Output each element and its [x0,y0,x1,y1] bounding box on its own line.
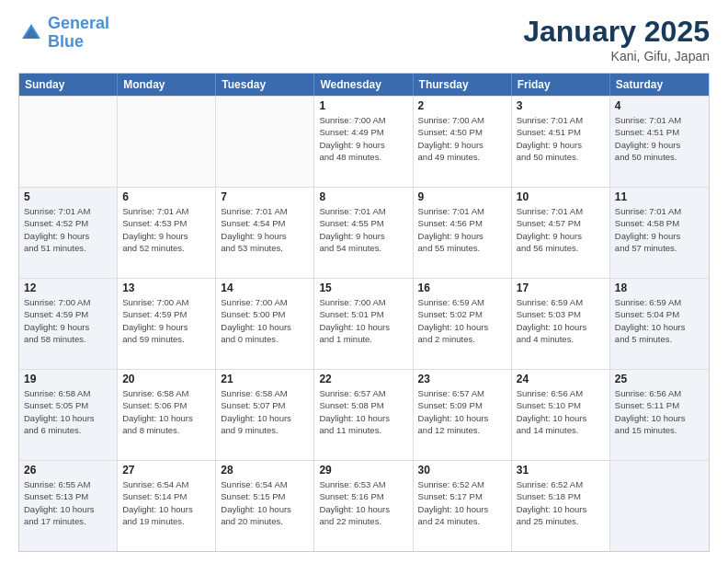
cal-cell: 27Sunrise: 6:54 AM Sunset: 5:14 PM Dayli… [118,461,216,551]
cal-cell: 19Sunrise: 6:58 AM Sunset: 5:05 PM Dayli… [19,370,118,460]
cal-cell: 23Sunrise: 6:57 AM Sunset: 5:09 PM Dayli… [414,370,512,460]
cal-header-cell: Tuesday [216,74,314,96]
calendar-body: 1Sunrise: 7:00 AM Sunset: 4:49 PM Daylig… [19,96,709,551]
cal-cell: 8Sunrise: 7:01 AM Sunset: 4:55 PM Daylig… [314,188,413,278]
cell-info: Sunrise: 6:54 AM Sunset: 5:14 PM Dayligh… [122,478,210,527]
cell-info: Sunrise: 7:01 AM Sunset: 4:52 PM Dayligh… [24,205,112,254]
location: Kani, Gifu, Japan [523,49,710,63]
day-number: 13 [122,282,210,294]
cell-info: Sunrise: 7:00 AM Sunset: 5:00 PM Dayligh… [221,296,309,345]
cell-info: Sunrise: 6:56 AM Sunset: 5:10 PM Dayligh… [517,387,605,436]
title-block: January 2025 Kani, Gifu, Japan [523,15,710,63]
cell-info: Sunrise: 6:58 AM Sunset: 5:06 PM Dayligh… [122,387,210,436]
cell-info: Sunrise: 6:58 AM Sunset: 5:05 PM Dayligh… [24,387,112,436]
cal-cell: 25Sunrise: 6:56 AM Sunset: 5:11 PM Dayli… [610,370,709,460]
day-number: 5 [24,190,112,203]
day-number: 24 [517,373,605,385]
cal-header-cell: Thursday [414,74,512,96]
day-number: 4 [615,99,704,112]
cell-info: Sunrise: 6:57 AM Sunset: 5:09 PM Dayligh… [418,387,506,436]
cal-cell: 4Sunrise: 7:01 AM Sunset: 4:51 PM Daylig… [610,97,709,187]
cal-cell: 29Sunrise: 6:53 AM Sunset: 5:16 PM Dayli… [314,461,413,551]
calendar: SundayMondayTuesdayWednesdayThursdayFrid… [18,73,710,552]
cal-cell [118,97,216,187]
cal-cell: 20Sunrise: 6:58 AM Sunset: 5:06 PM Dayli… [118,370,216,460]
cal-cell: 12Sunrise: 7:00 AM Sunset: 4:59 PM Dayli… [19,279,118,369]
header: General Blue January 2025 Kani, Gifu, Ja… [18,15,710,63]
cal-row: 1Sunrise: 7:00 AM Sunset: 4:49 PM Daylig… [19,96,709,187]
cell-info: Sunrise: 7:00 AM Sunset: 4:59 PM Dayligh… [122,296,210,345]
cell-info: Sunrise: 6:59 AM Sunset: 5:04 PM Dayligh… [615,296,704,345]
day-number: 26 [24,464,112,477]
cal-cell: 22Sunrise: 6:57 AM Sunset: 5:08 PM Dayli… [314,370,413,460]
cell-info: Sunrise: 7:01 AM Sunset: 4:51 PM Dayligh… [615,114,704,163]
page: General Blue January 2025 Kani, Gifu, Ja… [0,0,728,563]
day-number: 20 [122,373,210,385]
cal-row: 12Sunrise: 7:00 AM Sunset: 4:59 PM Dayli… [19,278,709,369]
cell-info: Sunrise: 7:01 AM Sunset: 4:56 PM Dayligh… [418,205,506,254]
cell-info: Sunrise: 7:00 AM Sunset: 5:01 PM Dayligh… [319,296,407,345]
cell-info: Sunrise: 7:01 AM Sunset: 4:51 PM Dayligh… [517,114,605,163]
cal-cell: 14Sunrise: 7:00 AM Sunset: 5:00 PM Dayli… [216,279,314,369]
cal-cell: 2Sunrise: 7:00 AM Sunset: 4:50 PM Daylig… [414,97,512,187]
logo-icon [18,20,44,46]
cell-info: Sunrise: 6:59 AM Sunset: 5:03 PM Dayligh… [517,296,605,345]
cal-row: 19Sunrise: 6:58 AM Sunset: 5:05 PM Dayli… [19,369,709,460]
day-number: 25 [615,373,704,385]
day-number: 31 [517,464,605,477]
cell-info: Sunrise: 7:01 AM Sunset: 4:58 PM Dayligh… [615,205,704,254]
day-number: 14 [221,282,309,294]
day-number: 18 [615,282,704,294]
cal-cell: 11Sunrise: 7:01 AM Sunset: 4:58 PM Dayli… [610,188,709,278]
cal-cell: 6Sunrise: 7:01 AM Sunset: 4:53 PM Daylig… [118,188,216,278]
day-number: 22 [319,373,407,385]
cal-cell [610,461,709,551]
cell-info: Sunrise: 7:01 AM Sunset: 4:54 PM Dayligh… [221,205,309,254]
cal-cell: 13Sunrise: 7:00 AM Sunset: 4:59 PM Dayli… [118,279,216,369]
month-title: January 2025 [523,15,710,49]
cal-row: 26Sunrise: 6:55 AM Sunset: 5:13 PM Dayli… [19,460,709,551]
cal-cell: 7Sunrise: 7:01 AM Sunset: 4:54 PM Daylig… [216,188,314,278]
day-number: 15 [319,282,407,294]
day-number: 12 [24,282,112,294]
cal-cell: 30Sunrise: 6:52 AM Sunset: 5:17 PM Dayli… [414,461,512,551]
cell-info: Sunrise: 7:01 AM Sunset: 4:57 PM Dayligh… [517,205,605,254]
cal-cell: 18Sunrise: 6:59 AM Sunset: 5:04 PM Dayli… [610,279,709,369]
day-number: 28 [221,464,309,477]
cell-info: Sunrise: 7:00 AM Sunset: 4:49 PM Dayligh… [319,114,407,163]
cal-cell: 26Sunrise: 6:55 AM Sunset: 5:13 PM Dayli… [19,461,118,551]
cal-cell: 28Sunrise: 6:54 AM Sunset: 5:15 PM Dayli… [216,461,314,551]
cell-info: Sunrise: 6:52 AM Sunset: 5:18 PM Dayligh… [517,478,605,527]
cal-cell [19,97,118,187]
cal-header-cell: Saturday [610,74,709,96]
cell-info: Sunrise: 7:00 AM Sunset: 4:50 PM Dayligh… [418,114,506,163]
cal-cell: 10Sunrise: 7:01 AM Sunset: 4:57 PM Dayli… [512,188,610,278]
cal-header-cell: Friday [512,74,610,96]
cal-cell: 17Sunrise: 6:59 AM Sunset: 5:03 PM Dayli… [512,279,610,369]
cal-cell: 21Sunrise: 6:58 AM Sunset: 5:07 PM Dayli… [216,370,314,460]
day-number: 30 [418,464,506,477]
day-number: 19 [24,373,112,385]
day-number: 21 [221,373,309,385]
day-number: 3 [517,99,605,112]
cal-cell: 24Sunrise: 6:56 AM Sunset: 5:10 PM Dayli… [512,370,610,460]
cal-cell: 16Sunrise: 6:59 AM Sunset: 5:02 PM Dayli… [414,279,512,369]
day-number: 10 [517,190,605,203]
cal-cell [216,97,314,187]
cell-info: Sunrise: 7:00 AM Sunset: 4:59 PM Dayligh… [24,296,112,345]
cell-info: Sunrise: 7:01 AM Sunset: 4:55 PM Dayligh… [319,205,407,254]
cal-cell: 3Sunrise: 7:01 AM Sunset: 4:51 PM Daylig… [512,97,610,187]
cell-info: Sunrise: 6:59 AM Sunset: 5:02 PM Dayligh… [418,296,506,345]
calendar-header: SundayMondayTuesdayWednesdayThursdayFrid… [19,74,709,96]
cell-info: Sunrise: 6:58 AM Sunset: 5:07 PM Dayligh… [221,387,309,436]
day-number: 8 [319,190,407,203]
cal-cell: 1Sunrise: 7:00 AM Sunset: 4:49 PM Daylig… [314,97,413,187]
day-number: 27 [122,464,210,477]
logo-text: General Blue [48,15,109,52]
day-number: 17 [517,282,605,294]
cal-header-cell: Monday [118,74,216,96]
day-number: 23 [418,373,506,385]
cell-info: Sunrise: 6:57 AM Sunset: 5:08 PM Dayligh… [319,387,407,436]
cal-header-cell: Sunday [19,74,118,96]
day-number: 6 [122,190,210,203]
